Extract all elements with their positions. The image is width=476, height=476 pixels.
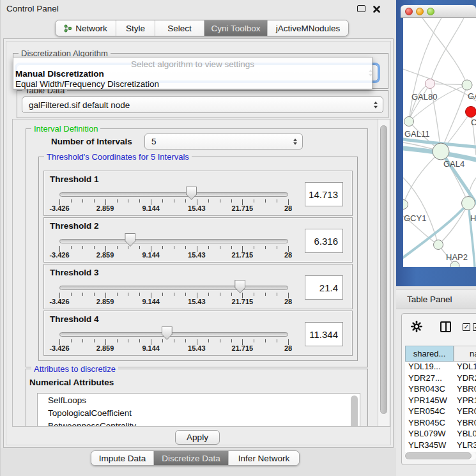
slider-thumb[interactable] [234,280,245,293]
threshold-value-field[interactable]: 21.4 [305,275,343,300]
tick-mark [265,246,266,249]
combo-arrows-icon [293,138,297,145]
algorithm-option-equal-width-frequency-discretization[interactable]: Equal Width/Frequency Discretization [15,79,159,89]
tick-mark [265,339,266,342]
tick-label: 15.43 [188,251,206,259]
slider-thumb[interactable] [125,233,135,247]
node-bottom[interactable] [450,261,459,267]
combo-arrows-icon [374,102,378,109]
slider-thumb-face [162,327,172,339]
network-edge [403,151,441,204]
node-gcy1[interactable] [403,200,408,210]
close-traffic-light[interactable] [405,8,413,15]
threshold-value-field[interactable]: 6.316 [305,229,343,253]
node-label-hap2: HAP2 [446,252,468,262]
algorithm-option-manual-discretization[interactable]: Manual Discretization [15,69,104,79]
node-gal4[interactable] [433,143,449,160]
node-gal11[interactable] [404,117,414,127]
attribute-item-topologicalcoefficient[interactable]: TopologicalCoefficient [48,408,132,418]
tick-mark [231,293,232,296]
tick-mark [94,293,95,296]
table-row[interactable]: YBR045CYBR0 [405,418,476,429]
tab-label: Infer Network [238,454,289,463]
cell-name: YBR0 [457,418,476,427]
tick-label: 15.43 [188,344,206,352]
tick-mark [71,293,72,296]
checkbox-icon[interactable]: ✓ [463,323,470,331]
threshold-value-field[interactable]: 14.713 [305,182,343,206]
table-row[interactable]: YLR345WYLR3 [405,440,476,452]
tick-label: 28 [284,344,292,352]
table-row[interactable]: YDL19...YDL1 [405,362,476,373]
tick-mark [71,339,72,342]
tick-mark [82,199,83,203]
threshold-value-field[interactable]: 11.344 [305,322,343,346]
cyni-toolbox-content: Discretization Algorithm Select algorith… [3,38,394,448]
scrollbar-thumb[interactable] [380,125,387,414]
attribute-item-selfloops[interactable]: SelfLoops [48,395,86,405]
tick-label: -3.426 [49,251,69,259]
table-rows: YDL19...YDL1YDR27...YDR2YBR043CYBR0YPR14… [405,362,476,452]
numerical-attributes-list[interactable]: SelfLoopsTopologicalCoefficientBetweenne… [37,393,360,426]
slider-track[interactable] [59,332,288,337]
tick-mark [128,293,128,296]
tab-select[interactable]: Select [155,20,204,36]
tab-impute-data[interactable]: Impute Data [91,451,154,465]
apply-button[interactable]: Apply [175,430,220,445]
tick-mark [277,246,277,249]
tick-mark [220,246,220,249]
table-row[interactable]: YBL079WYBL0 [405,429,476,440]
slider-track[interactable] [59,239,288,243]
settings-vertical-scrollbar[interactable] [378,119,389,426]
algorithm-dropdown-popup: Select algorithm to view settings Manual… [13,57,372,89]
minimize-traffic-light[interactable] [416,8,424,15]
node-label-gcy1: GCY1 [404,213,426,223]
table-row[interactable]: YDR27...YDR2 [405,373,476,385]
tab-cyni-toolbox[interactable]: Cyni Toolbox [204,20,268,36]
float-window-icon[interactable] [357,5,365,12]
table-row[interactable]: YER054CYER0 [405,406,476,418]
node-hap2[interactable] [434,240,443,250]
node-h[interactable] [462,197,475,210]
tick-label: 9.144 [142,298,160,305]
tick-mark [231,199,232,203]
slider-thumb[interactable] [186,187,197,200]
zoom-traffic-light[interactable] [427,8,434,15]
network-canvas[interactable]: GAL80GACGAL11GAL4GCY1HHAP2 [403,18,476,267]
table-horizontal-scrollbar[interactable] [404,452,476,460]
node-gal80[interactable] [426,79,435,89]
node-red[interactable] [466,107,476,118]
tick-label: 21.715 [232,344,254,352]
tick-mark [254,199,254,203]
close-icon[interactable] [372,4,381,13]
column-layout-icon[interactable] [440,321,451,332]
table-row[interactable]: YBR043CYBR0 [405,384,476,395]
network-window-titlebar[interactable] [401,5,476,18]
column-header-shared-name[interactable]: shared... [405,346,454,362]
tick-mark [128,339,128,342]
tick-mark [231,246,232,249]
attribute-item-betweennesscentrality[interactable]: BetweennessCentrality [48,421,136,426]
tab-discretize-data[interactable]: Discretize Data [154,451,229,465]
tab-network[interactable]: Network [56,20,116,36]
attributes-list-scrollbar[interactable] [351,395,358,426]
slider-thumb[interactable] [162,326,173,340]
algorithm-hint: Select algorithm to view settings [13,59,372,69]
node-top-right[interactable] [462,80,472,90]
number-of-intervals-label: Number of Intervals [51,137,132,146]
column-header-name[interactable]: na [454,346,476,362]
network-edge-thick [403,203,468,257]
slider-track[interactable] [59,286,288,290]
checkbox-icon[interactable]: ✓ [473,323,476,331]
tab-style[interactable]: Style [116,20,155,36]
table-data-combobox[interactable]: galFiltered.sif default node [22,96,383,113]
tick-mark [128,246,128,249]
scrollbar-thumb[interactable] [405,452,472,459]
table-row[interactable]: YPR145WYPR1 [405,395,476,407]
slider-track[interactable] [59,192,288,197]
tick-mark [231,339,232,342]
number-of-intervals-combobox[interactable]: 5 [144,134,303,150]
gear-icon[interactable] [411,321,422,332]
tab-jactivemnodules[interactable]: jActiveMNodules [268,20,348,36]
tab-infer-network[interactable]: Infer Network [229,451,299,465]
